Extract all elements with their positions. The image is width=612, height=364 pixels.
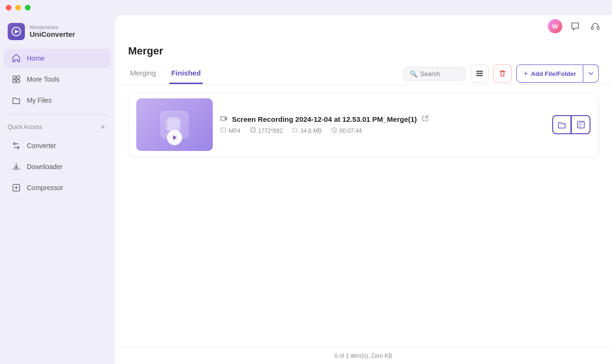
video-icon	[220, 115, 227, 123]
app-layout: Wondershare UniConverter Home	[0, 15, 612, 364]
file-thumbnail	[136, 98, 213, 151]
home-icon	[11, 54, 21, 63]
sidebar: Wondershare UniConverter Home	[0, 15, 115, 364]
search-icon: 🔍	[410, 70, 417, 77]
size-icon	[292, 127, 298, 134]
svg-rect-9	[476, 71, 483, 72]
format-icon	[220, 127, 226, 134]
downloader-icon	[11, 162, 21, 171]
add-file-dropdown-button[interactable]	[583, 64, 599, 83]
chat-icon-button[interactable]	[568, 19, 582, 33]
avatar-initials: W	[552, 23, 558, 30]
file-name: Screen Recording 2024-12-04 at 12.53.01 …	[232, 115, 417, 123]
my-files-icon	[11, 96, 21, 105]
sidebar-compressor-label: Compressor	[27, 184, 63, 192]
play-button[interactable]	[167, 130, 182, 145]
svg-rect-14	[221, 117, 225, 120]
svg-marker-1	[15, 30, 19, 33]
sidebar-item-compressor[interactable]: Compressor	[4, 178, 111, 197]
sidebar-item-converter[interactable]: Converter	[4, 136, 111, 155]
page-title: Merger	[128, 45, 599, 57]
logo-text: Wondershare UniConverter	[30, 25, 75, 38]
status-text: 0 of 1 item(s), Zero KB	[335, 353, 393, 359]
meta-format: MP4	[220, 127, 240, 134]
file-meta: MP4 1772*892	[220, 127, 545, 134]
svg-rect-3	[17, 76, 20, 79]
resolution-icon	[250, 127, 256, 134]
tabs-bar: Merging Finished 🔍	[115, 63, 612, 85]
sidebar-downloader-label: Downloader	[27, 163, 63, 171]
svg-rect-5	[17, 80, 20, 83]
svg-rect-2	[13, 76, 16, 79]
sidebar-my-files-label: My Files	[27, 96, 52, 104]
add-file-button[interactable]: + Add File/Folder	[516, 64, 583, 83]
duration-icon	[331, 127, 337, 134]
logo-area: Wondershare UniConverter	[0, 19, 115, 48]
sidebar-item-home[interactable]: Home	[4, 49, 111, 68]
file-list-area: Screen Recording 2024-12-04 at 12.53.01 …	[115, 85, 612, 347]
main-content: W Merger	[115, 15, 612, 364]
sidebar-item-more-tools[interactable]: More Tools	[4, 70, 111, 89]
svg-rect-11	[476, 75, 483, 76]
file-resolution: 1772*892	[258, 128, 283, 134]
quick-access-add-button[interactable]: +	[98, 123, 107, 131]
headphones-icon-button[interactable]	[588, 19, 602, 33]
header-icons: W	[548, 19, 602, 33]
open-folder-button[interactable]	[552, 115, 571, 134]
svg-marker-13	[173, 135, 177, 140]
sidebar-item-my-files[interactable]: My Files	[4, 91, 111, 110]
file-action-button[interactable]	[571, 115, 590, 134]
minimize-dot[interactable]	[15, 5, 21, 11]
app-name-label: UniConverter	[30, 30, 75, 38]
sidebar-more-tools-label: More Tools	[27, 75, 59, 83]
search-box[interactable]: 🔍	[404, 67, 466, 81]
file-format: MP4	[229, 128, 240, 134]
svg-rect-17	[251, 128, 254, 131]
sidebar-item-downloader[interactable]: Downloader	[4, 157, 111, 176]
meta-resolution: 1772*892	[250, 127, 283, 134]
file-name-row: Screen Recording 2024-12-04 at 12.53.01 …	[220, 115, 545, 123]
quick-access-label: Quick Access	[8, 124, 42, 130]
meta-size: 34.6 MB	[292, 127, 322, 134]
file-duration: 00:07:44	[339, 128, 362, 134]
more-tools-icon	[11, 75, 21, 84]
status-bar: 0 of 1 item(s), Zero KB	[115, 347, 612, 364]
tabs-left: Merging Finished	[128, 63, 203, 84]
table-row: Screen Recording 2024-12-04 at 12.53.01 …	[128, 92, 599, 157]
file-action-group	[552, 115, 590, 134]
tab-finished[interactable]: Finished	[169, 63, 203, 84]
top-bar: W	[115, 15, 612, 35]
add-file-folder-group: + Add File/Folder	[516, 64, 599, 83]
brand-label: Wondershare	[30, 25, 75, 30]
sidebar-divider	[8, 115, 107, 115]
file-info: Screen Recording 2024-12-04 at 12.53.01 …	[220, 115, 545, 134]
app-logo-icon	[8, 23, 25, 40]
list-view-button[interactable]	[470, 64, 489, 83]
page-header: Merger	[115, 35, 612, 63]
titlebar	[0, 0, 612, 15]
user-avatar[interactable]: W	[548, 19, 562, 33]
svg-rect-15	[221, 128, 226, 132]
tab-merging[interactable]: Merging	[128, 63, 158, 84]
compressor-icon	[11, 183, 21, 193]
file-size: 34.6 MB	[300, 128, 322, 134]
plus-icon: +	[524, 69, 528, 78]
converter-icon	[11, 141, 21, 150]
search-input[interactable]	[420, 70, 459, 77]
close-dot[interactable]	[6, 5, 11, 11]
quick-access-header: Quick Access +	[0, 119, 115, 135]
sidebar-home-label: Home	[27, 54, 44, 62]
tabs-right: 🔍	[404, 64, 599, 83]
meta-duration: 00:07:44	[331, 127, 362, 134]
open-external-icon[interactable]	[422, 115, 428, 123]
sidebar-converter-label: Converter	[27, 142, 56, 150]
delete-button[interactable]	[493, 64, 512, 83]
svg-rect-10	[476, 73, 483, 75]
svg-rect-4	[13, 80, 16, 83]
maximize-dot[interactable]	[25, 5, 31, 11]
